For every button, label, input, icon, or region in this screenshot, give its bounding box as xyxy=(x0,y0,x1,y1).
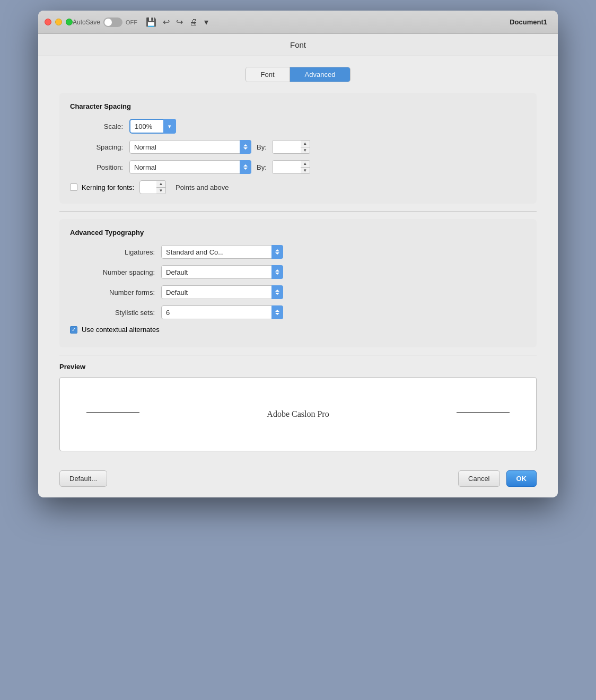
position-row: Position: Normal Raised Lowered By: xyxy=(70,160,526,174)
position-by-input-wrapper: ▲ ▼ xyxy=(272,160,310,174)
position-by-label: By: xyxy=(257,163,267,171)
preview-line-right xyxy=(457,412,510,413)
contextual-checkbox[interactable]: ✓ xyxy=(70,326,77,334)
spacing-select-wrapper: Normal Expanded Condensed xyxy=(129,140,251,154)
spacing-select[interactable]: Normal Expanded Condensed xyxy=(129,140,251,154)
tab-bar: Font Advanced xyxy=(59,67,537,82)
maximize-button[interactable] xyxy=(66,19,73,25)
kerning-up[interactable]: ▲ xyxy=(156,181,165,188)
dialog-title: Font xyxy=(38,34,558,56)
spacing-by-stepper: ▲ ▼ xyxy=(301,140,310,154)
spacing-by-label: By: xyxy=(257,143,267,151)
window: AutoSave OFF 💾 ↩ ↪ 🖨 ▾ Document1 Font Fo… xyxy=(38,11,558,497)
preview-title: Preview xyxy=(59,363,537,371)
stylistic-sets-row: Stylistic sets: 6 1 2 3 4 5 xyxy=(70,305,526,319)
dialog-title-text: Font xyxy=(290,40,306,49)
autosave-control: AutoSave OFF xyxy=(73,18,137,27)
number-spacing-select-wrapper: Default Proportional Tabular xyxy=(161,265,283,279)
number-forms-row: Number forms: Default Lining Old-Style xyxy=(70,285,526,299)
kerning-label: Kerning for fonts: xyxy=(82,183,134,191)
preview-line-left xyxy=(86,412,139,413)
autosave-label: AutoSave xyxy=(73,19,100,26)
number-forms-select-wrapper: Default Lining Old-Style xyxy=(161,285,283,299)
tab-font[interactable]: Font xyxy=(246,67,290,82)
dialog-footer: Default... Cancel OK xyxy=(38,462,558,497)
spacing-by-input-wrapper: ▲ ▼ xyxy=(272,140,310,154)
advanced-typography-title: Advanced Typography xyxy=(70,229,526,237)
traffic-lights xyxy=(45,19,73,25)
titlebar: AutoSave OFF 💾 ↩ ↪ 🖨 ▾ Document1 xyxy=(38,11,558,34)
number-spacing-label: Number spacing: xyxy=(70,268,155,276)
toolbar-icons: 💾 ↩ ↪ 🖨 ▾ xyxy=(146,17,208,27)
spacing-by-down[interactable]: ▼ xyxy=(301,147,310,154)
kerning-input-wrapper: ▲ ▼ xyxy=(139,180,166,194)
redo-icon[interactable]: ↪ xyxy=(176,17,183,27)
spacing-row: Spacing: Normal Expanded Condensed By: xyxy=(70,140,526,154)
spacing-by-up[interactable]: ▲ xyxy=(301,141,310,147)
ligatures-select[interactable]: Standard and Co... None Standard Only Al… xyxy=(161,245,283,259)
position-select-wrapper: Normal Raised Lowered xyxy=(129,160,251,174)
dialog-body: Font Advanced Character Spacing Scale: 1… xyxy=(38,56,558,462)
kerning-row: Kerning for fonts: ▲ ▼ Points and above xyxy=(70,180,526,194)
autosave-state: OFF xyxy=(126,19,137,25)
position-by-stepper: ▲ ▼ xyxy=(301,160,310,174)
preview-box: Adobe Caslon Pro xyxy=(59,377,537,451)
position-by-down[interactable]: ▼ xyxy=(301,168,310,174)
cancel-button[interactable]: Cancel xyxy=(458,470,499,487)
stylistic-sets-label: Stylistic sets: xyxy=(70,309,155,317)
kerning-points-label: Points and above xyxy=(176,183,229,191)
character-spacing-section: Character Spacing Scale: 100% 50% 75% 12… xyxy=(59,93,537,204)
tab-group: Font Advanced xyxy=(246,67,351,82)
kerning-checkbox[interactable] xyxy=(70,183,77,191)
ligatures-label: Ligatures: xyxy=(70,248,155,256)
ligatures-select-wrapper: Standard and Co... None Standard Only Al… xyxy=(161,245,283,259)
kerning-down[interactable]: ▼ xyxy=(156,188,165,194)
number-spacing-row: Number spacing: Default Proportional Tab… xyxy=(70,265,526,279)
preview-section: Preview Adobe Caslon Pro xyxy=(59,363,537,451)
print-icon[interactable]: 🖨 xyxy=(189,18,198,27)
stylistic-sets-select[interactable]: 6 1 2 3 4 5 xyxy=(161,305,283,319)
contextual-label: Use contextual alternates xyxy=(82,326,160,334)
undo-icon[interactable]: ↩ xyxy=(163,17,170,27)
footer-right-buttons: Cancel OK xyxy=(458,470,537,487)
contextual-row: ✓ Use contextual alternates xyxy=(70,326,526,334)
document-title: Document1 xyxy=(510,18,547,26)
divider-1 xyxy=(59,211,537,212)
tab-advanced[interactable]: Advanced xyxy=(290,67,350,82)
close-button[interactable] xyxy=(45,19,51,25)
number-forms-select[interactable]: Default Lining Old-Style xyxy=(161,285,283,299)
scale-select[interactable]: 100% 50% 75% 125% 150% 200% xyxy=(129,119,176,134)
scale-row: Scale: 100% 50% 75% 125% 150% 200% ▾ xyxy=(70,119,526,134)
preview-text: Adobe Caslon Pro xyxy=(267,409,329,419)
kerning-stepper: ▲ ▼ xyxy=(156,180,166,194)
scale-label: Scale: xyxy=(70,122,123,130)
divider-2 xyxy=(59,355,537,355)
ligatures-row: Ligatures: Standard and Co... None Stand… xyxy=(70,245,526,259)
save-icon[interactable]: 💾 xyxy=(146,17,156,27)
autosave-toggle[interactable] xyxy=(103,18,122,27)
default-button[interactable]: Default... xyxy=(59,470,107,487)
character-spacing-title: Character Spacing xyxy=(70,102,526,110)
position-label: Position: xyxy=(70,163,123,171)
number-forms-label: Number forms: xyxy=(70,288,155,296)
position-select[interactable]: Normal Raised Lowered xyxy=(129,160,251,174)
spacing-label: Spacing: xyxy=(70,143,123,151)
number-spacing-select[interactable]: Default Proportional Tabular xyxy=(161,265,283,279)
position-by-up[interactable]: ▲ xyxy=(301,161,310,168)
stylistic-sets-select-wrapper: 6 1 2 3 4 5 xyxy=(161,305,283,319)
scale-select-wrapper: 100% 50% 75% 125% 150% 200% ▾ xyxy=(129,119,176,134)
minimize-button[interactable] xyxy=(55,19,62,25)
advanced-typography-section: Advanced Typography Ligatures: Standard … xyxy=(59,219,537,347)
ok-button[interactable]: OK xyxy=(506,470,537,487)
more-icon[interactable]: ▾ xyxy=(204,17,208,27)
